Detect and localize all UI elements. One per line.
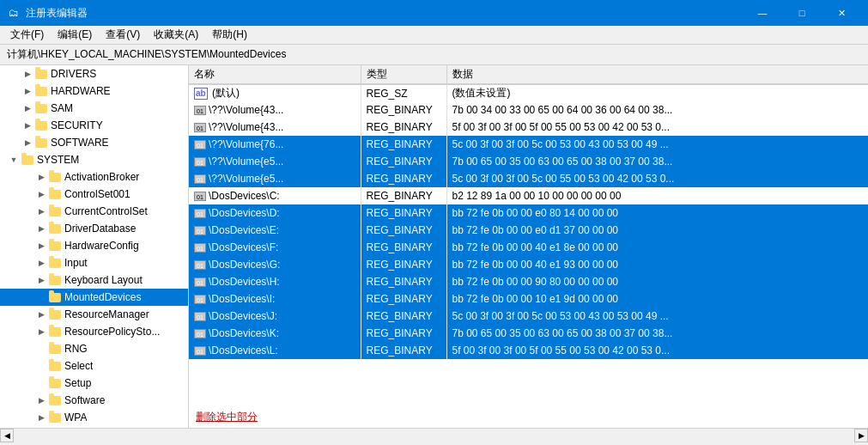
expander-resourcemanager[interactable] — [34, 308, 48, 321]
table-row[interactable]: 01\DosDevices\D:REG_BINARYbb 72 fe 0b 00… — [189, 204, 868, 222]
tree-item-controlset001[interactable]: ControlSet001 — [0, 186, 188, 203]
app-icon: 🗂 — [7, 6, 21, 20]
table-row[interactable]: 01\??\Volume{43...REG_BINARY5f 00 3f 00 … — [189, 119, 868, 136]
tree-item-drivers[interactable]: DRIVERS — [0, 65, 188, 82]
minimize-button[interactable]: — — [743, 0, 782, 26]
ab-icon: ab — [194, 88, 208, 100]
close-button[interactable]: ✕ — [822, 0, 861, 26]
table-row[interactable]: 01\??\Volume{e5...REG_BINARY5c 00 3f 00 … — [189, 170, 868, 187]
tree-panel[interactable]: DRIVERS HARDWARE SAM SECURITY SOFTWARE — [0, 65, 189, 428]
folder-icon-rng — [48, 342, 62, 356]
tree-item-driverdatabase[interactable]: DriverDatabase — [0, 220, 188, 237]
tree-item-resourcepolicysto[interactable]: ResourcePolicySto... — [0, 323, 188, 340]
col-header-type: 类型 — [361, 65, 446, 84]
expander-hardwareconfig[interactable] — [34, 239, 48, 253]
table-row[interactable]: 01\DosDevices\K:REG_BINARY7b 00 65 00 35… — [189, 325, 868, 342]
menu-help[interactable]: 帮助(H) — [205, 27, 254, 44]
tree-label-system: SYSTEM — [37, 154, 79, 166]
bin-icon: 01 — [194, 312, 206, 321]
tree-item-hardware[interactable]: HARDWARE — [0, 82, 188, 100]
expander-sam[interactable] — [21, 101, 34, 115]
tree-item-system[interactable]: SYSTEM — [0, 151, 188, 168]
bin-icon: 01 — [194, 123, 206, 132]
table-row[interactable]: 01\DosDevices\C:REG_BINARYb2 12 89 1a 00… — [189, 187, 868, 204]
expander-software-child[interactable] — [34, 393, 48, 407]
expander-keyboardlayout[interactable] — [34, 273, 48, 287]
tree-item-keyboardlayout[interactable]: Keyboard Layout — [0, 271, 188, 289]
tree-item-rng[interactable]: RNG — [0, 340, 188, 357]
scroll-left-button[interactable]: ◀ — [0, 429, 14, 442]
table-row[interactable]: 01\DosDevices\F:REG_BINARYbb 72 fe 0b 00… — [189, 239, 868, 256]
menu-favorites[interactable]: 收藏夹(A) — [147, 27, 205, 44]
cell-type: REG_BINARY — [361, 239, 446, 256]
tree-label-controlset001: ControlSet001 — [64, 188, 131, 200]
expander-driverdatabase[interactable] — [34, 222, 48, 235]
cell-data: 5c 00 3f 00 3f 00 5c 00 53 00 43 00 53 0… — [446, 136, 868, 153]
tree-item-hardwareconfig[interactable]: HardwareConfig — [0, 237, 188, 254]
scroll-right-button[interactable]: ▶ — [854, 429, 868, 442]
bin-icon: 01 — [194, 260, 206, 270]
tree-item-currentcontrolset[interactable]: CurrentControlSet — [0, 203, 188, 220]
expander-currentcontrolset[interactable] — [34, 204, 48, 218]
table-row[interactable]: 01\??\Volume{e5...REG_BINARY7b 00 65 00 … — [189, 153, 868, 170]
expander-system[interactable] — [7, 153, 21, 167]
tree-item-activationbroker[interactable]: ActivationBroker — [0, 168, 188, 186]
folder-icon-select — [48, 359, 62, 373]
scrollbar-track[interactable] — [14, 429, 854, 442]
cell-name: 01\DosDevices\J: — [189, 308, 361, 325]
tree-item-setup[interactable]: Setup — [0, 375, 188, 392]
horizontal-scrollbar[interactable]: ◀ ▶ — [0, 428, 868, 442]
expander-activationbroker[interactable] — [34, 170, 48, 184]
folder-icon-currentcontrolset — [48, 204, 62, 218]
tree-label-mounteddevices: MountedDevices — [64, 291, 141, 303]
table-row[interactable]: 01\DosDevices\H:REG_BINARYbb 72 fe 0b 00… — [189, 273, 868, 290]
expander-input[interactable] — [34, 256, 48, 270]
tree-item-sam[interactable]: SAM — [0, 100, 188, 117]
menu-file[interactable]: 文件(F) — [3, 27, 51, 44]
menu-view[interactable]: 查看(V) — [99, 27, 147, 44]
expander-resourcepolicysto[interactable] — [34, 325, 48, 338]
tree-item-mounteddevices[interactable]: MountedDevices — [0, 289, 188, 306]
tree-item-input[interactable]: Input — [0, 254, 188, 271]
delete-text[interactable]: 删除选中部分 — [189, 406, 868, 428]
expander-hardware[interactable] — [21, 84, 34, 98]
expander-drivers[interactable] — [21, 67, 34, 81]
reg-table-container[interactable]: 名称 类型 数据 ab (默认)REG_SZ(数值未设置)01\??\Volum… — [189, 65, 868, 406]
tree-item-software-child[interactable]: Software — [0, 392, 188, 409]
expander-security[interactable] — [21, 119, 34, 132]
table-row[interactable]: 01\??\Volume{76...REG_BINARY5c 00 3f 00 … — [189, 136, 868, 153]
bin-icon: 01 — [194, 295, 206, 304]
title-bar: 🗂 注册表编辑器 — □ ✕ — [0, 0, 868, 26]
expander-controlset001[interactable] — [34, 187, 48, 201]
table-row[interactable]: ab (默认)REG_SZ(数值未设置) — [189, 84, 868, 101]
tree-item-resourcemanager[interactable]: ResourceManager — [0, 306, 188, 323]
tree-item-wpa[interactable]: WPA — [0, 409, 188, 426]
cell-data: 7b 00 65 00 35 00 63 00 65 00 38 00 37 0… — [446, 325, 868, 342]
tree-label-activationbroker: ActivationBroker — [64, 171, 139, 183]
bin-icon: 01 — [194, 192, 206, 201]
table-row[interactable]: 01\DosDevices\J:REG_BINARY5c 00 3f 00 3f… — [189, 308, 868, 325]
main-content: DRIVERS HARDWARE SAM SECURITY SOFTWARE — [0, 65, 868, 428]
tree-item-software-root[interactable]: SOFTWARE — [0, 134, 188, 151]
table-row[interactable]: 01\??\Volume{43...REG_BINARY7b 00 34 00 … — [189, 101, 868, 119]
cell-name: 01\DosDevices\E: — [189, 222, 361, 239]
expander-software-root[interactable] — [21, 136, 34, 149]
tree-item-security[interactable]: SECURITY — [0, 117, 188, 134]
folder-icon-hardware — [34, 84, 48, 98]
tree-label-currentcontrolset: CurrentControlSet — [64, 205, 148, 217]
cell-name: 01\??\Volume{76... — [189, 136, 361, 153]
expander-wpa[interactable] — [34, 411, 48, 424]
tree-label-security: SECURITY — [51, 119, 103, 131]
table-row[interactable]: 01\DosDevices\G:REG_BINARYbb 72 fe 0b 00… — [189, 256, 868, 273]
restore-button[interactable]: □ — [782, 0, 822, 26]
table-row[interactable]: 01\DosDevices\E:REG_BINARYbb 72 fe 0b 00… — [189, 222, 868, 239]
cell-data: bb 72 fe 0b 00 00 e0 80 14 00 00 00 — [446, 204, 868, 222]
bin-icon: 01 — [194, 243, 206, 253]
tree-item-select[interactable]: Select — [0, 357, 188, 375]
folder-icon-software-child — [48, 393, 62, 407]
table-row[interactable]: 01\DosDevices\L:REG_BINARY5f 00 3f 00 3f… — [189, 342, 868, 359]
table-row[interactable]: 01\DosDevices\I:REG_BINARYbb 72 fe 0b 00… — [189, 290, 868, 308]
menu-edit[interactable]: 编辑(E) — [51, 27, 99, 44]
cell-type: REG_BINARY — [361, 222, 446, 239]
cell-name: 01\??\Volume{e5... — [189, 170, 361, 187]
